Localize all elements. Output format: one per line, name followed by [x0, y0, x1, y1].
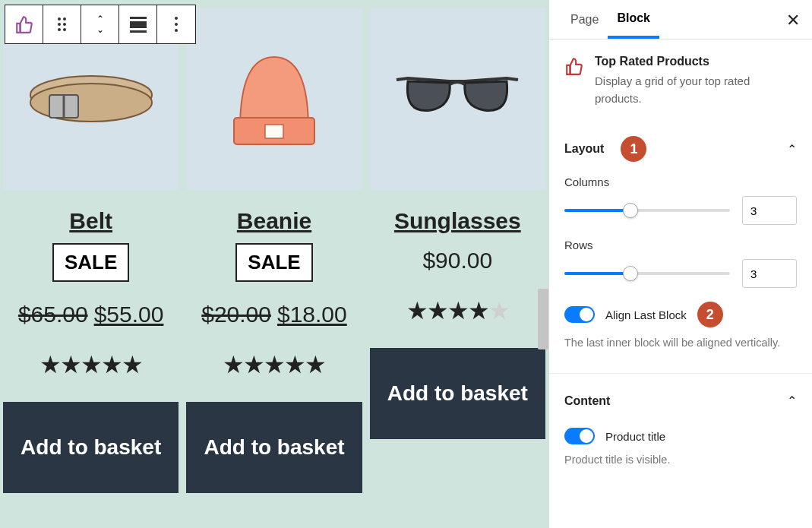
add-to-basket-button[interactable]: Add to basket [186, 402, 362, 493]
block-info: Top Rated Products Display a grid of you… [549, 40, 812, 127]
layout-section-toggle[interactable]: Layout 1 ⌃ [549, 127, 812, 171]
product-title-label: Product title [605, 430, 665, 443]
align-last-block-label: Align Last Block [605, 308, 687, 321]
align-last-block-toggle[interactable] [564, 306, 595, 323]
close-sidebar-button[interactable]: ✕ [786, 11, 800, 30]
chevrons-icon: ⌃⌄ [96, 14, 104, 34]
product-card: Belt SALE $65.00 $55.00 ★★★★★ Add to bas… [3, 3, 179, 493]
price-old: $65.00 [18, 302, 88, 327]
sale-badge: SALE [52, 243, 129, 282]
layout-section-body: Columns Rows Align Last Block [549, 171, 812, 362]
rows-label: Rows [564, 239, 797, 251]
thumbs-up-icon [564, 56, 584, 107]
product-card: Beanie SALE $20.00 $18.00 ★★★★★ Add to b… [186, 3, 362, 493]
product-image [370, 8, 545, 190]
annotation-1: 1 [621, 136, 646, 162]
thumbs-up-icon [14, 14, 34, 34]
slider-knob[interactable] [623, 203, 638, 218]
block-title: Top Rated Products [595, 55, 797, 68]
chevron-up-icon: ⌃ [787, 142, 797, 157]
sunglasses-icon [393, 72, 522, 125]
product-rating: ★★★★★ [223, 350, 325, 379]
align-last-block-help: The last inner block will be aligned ver… [564, 335, 797, 350]
product-image [186, 8, 362, 190]
scrollbar-thumb[interactable] [538, 289, 548, 349]
svg-rect-5 [265, 125, 283, 138]
align-icon [130, 17, 147, 33]
block-description: Display a grid of your top rated product… [595, 73, 797, 107]
settings-sidebar: Page Block ✕ Top Rated Products Display … [548, 0, 812, 528]
scrollbar[interactable] [536, 0, 548, 528]
rows-input[interactable] [742, 259, 797, 288]
content-section-toggle[interactable]: Content ⌃ [549, 384, 812, 417]
columns-slider[interactable] [564, 209, 730, 212]
price-old: $20.00 [201, 302, 271, 327]
belt-icon [23, 65, 160, 133]
product-price: $20.00 $18.00 [201, 302, 347, 327]
add-to-basket-button[interactable]: Add to basket [370, 348, 545, 439]
block-type-button[interactable] [5, 5, 43, 43]
product-rating: ★★★★★ [39, 350, 142, 379]
product-price: $65.00 $55.00 [18, 302, 164, 327]
product-rating: ★★★★★ [406, 296, 509, 325]
align-button[interactable] [119, 5, 157, 43]
product-title-help: Product title is visible. [564, 452, 797, 467]
move-up-down-button[interactable]: ⌃⌄ [81, 5, 119, 43]
layout-heading: Layout [564, 142, 604, 156]
product-title-link[interactable]: Beanie [237, 208, 311, 234]
product-price: $90.00 [422, 248, 492, 273]
more-vertical-icon [175, 17, 178, 32]
product-card: Sunglasses $90.00 ★★★★★ Add to basket [370, 3, 545, 493]
columns-label: Columns [564, 175, 797, 188]
block-toolbar: ⌃⌄ [5, 5, 196, 44]
columns-input[interactable] [742, 196, 797, 225]
tab-block[interactable]: Block [608, 1, 659, 39]
slider-knob[interactable] [623, 266, 638, 281]
sale-badge: SALE [235, 243, 312, 282]
content-heading: Content [564, 394, 610, 408]
sidebar-tabs: Page Block ✕ [549, 0, 812, 40]
tab-page[interactable]: Page [561, 2, 608, 37]
product-title-link[interactable]: Sunglasses [394, 208, 521, 234]
add-to-basket-button[interactable]: Add to basket [3, 402, 179, 493]
beanie-icon [217, 38, 331, 160]
content-section-body: Product title Product title is visible. [549, 417, 812, 479]
chevron-up-icon: ⌃ [787, 394, 797, 408]
price-new: $55.00 [94, 302, 164, 327]
price-new: $18.00 [277, 302, 347, 327]
annotation-2: 2 [697, 302, 723, 327]
section-divider [549, 373, 812, 374]
rows-slider[interactable] [564, 272, 730, 275]
drag-handle-button[interactable] [43, 5, 81, 43]
product-title-link[interactable]: Belt [69, 208, 112, 234]
product-title-toggle[interactable] [564, 428, 595, 444]
drag-handle-icon [58, 17, 66, 31]
more-options-button[interactable] [157, 5, 195, 43]
products-grid: Belt SALE $65.00 $55.00 ★★★★★ Add to bas… [3, 3, 545, 493]
editor-canvas[interactable]: ⌃⌄ Belt SALE $65.00 [0, 0, 548, 528]
